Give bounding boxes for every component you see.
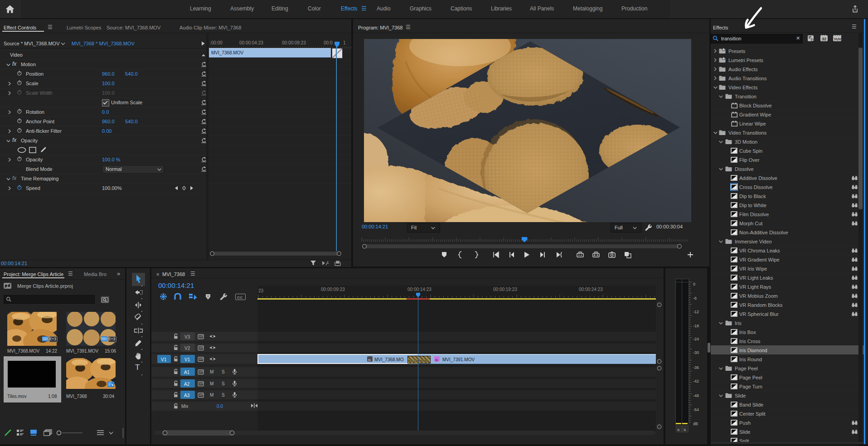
svg-text:00:0: 00:0 — [324, 40, 333, 45]
svg-text:00:00:09:23: 00:00:09:23 — [282, 40, 306, 45]
svg-text:YUV: YUV — [834, 37, 842, 41]
svg-text::00:00: :00:00 — [210, 40, 223, 45]
svg-text:32: 32 — [822, 37, 826, 41]
svg-text:1: 1 — [343, 40, 346, 45]
svg-text:00:00:04:23: 00:00:04:23 — [239, 40, 263, 45]
